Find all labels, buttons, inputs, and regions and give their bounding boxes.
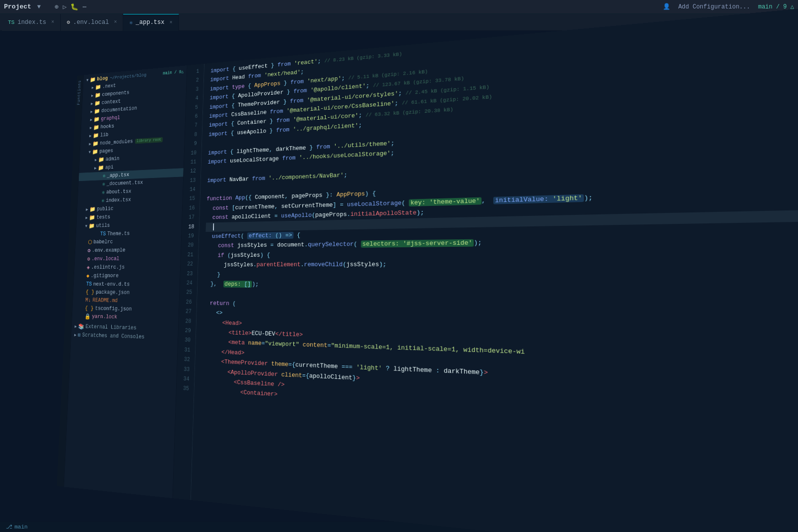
chevron-down-icon: ▼ (85, 78, 90, 83)
json-file-icon-tsconfig: { } (85, 305, 94, 312)
ts-file-icon-next-env: TS (86, 281, 92, 287)
ts-icon: TS (8, 19, 14, 25)
tree-item-env-example[interactable]: ▶ ⚙ .env.example (75, 245, 181, 255)
tree-item-eslintrc[interactable]: ▶ ◈ .eslintrc.js (74, 263, 180, 272)
folder-icon-utils: 📁 (89, 222, 95, 229)
tree-label-context: context (102, 99, 121, 106)
ln-23: 23 (183, 270, 193, 279)
ln-10: 10 (187, 149, 197, 159)
close-icon-env[interactable]: × (114, 19, 117, 25)
ln-15: 15 (186, 195, 195, 204)
tree-item-yarn-lock[interactable]: ▶ 🔒 yarn.lock (72, 312, 179, 323)
git-branch-icon: ⎇ (6, 524, 12, 530)
tree-label-node-modules: node_modules (100, 139, 133, 146)
more-icon[interactable]: ⋯ (82, 3, 86, 11)
ln-4: 4 (189, 95, 199, 104)
tsx-file-icon-document: ⚛ (102, 181, 105, 187)
tree-label-env-example: .env.example (92, 247, 125, 253)
git-branch-status: ⎇ main (6, 524, 27, 530)
chevron-right-icon-admin: ▶ (93, 158, 99, 163)
tab-app-tsx[interactable]: ⚛ _app.tsx × (123, 14, 179, 31)
dropdown-arrow[interactable]: ▼ (37, 3, 41, 10)
ln-35: 35 (180, 384, 189, 395)
file-explorer: ▼ 📁 blog ~/Projects/blog main / 9△ ▶ 📁 .… (64, 65, 187, 498)
eslintrc-icon: ◈ (87, 264, 90, 271)
run-icon[interactable]: ▷ (63, 3, 67, 11)
title-bar-right: 👤 Add Configuration... main / 9 △ (663, 3, 794, 10)
tree-label-graphql: graphql (101, 115, 120, 122)
tab-label-env-local: .env.local (73, 19, 109, 26)
close-icon-tsx[interactable]: × (170, 20, 173, 25)
json-file-icon-pkg: { } (86, 289, 95, 295)
library-root-badge: library root (135, 137, 163, 144)
ln-19: 19 (185, 232, 194, 242)
ln-28: 28 (182, 317, 191, 327)
add-config-label[interactable]: Add Configuration... (678, 3, 750, 10)
git-branch-name: main (14, 524, 27, 530)
tree-label-babelrc: babelrc (93, 239, 113, 245)
ln-6: 6 (189, 113, 198, 122)
debug-icon[interactable]: 🐛 (70, 3, 78, 11)
chevron-down-icon-utils: ▼ (84, 224, 89, 228)
ln-9: 9 (188, 140, 197, 149)
ln-21: 21 (184, 251, 194, 260)
folder-icon-pages: 📁 (92, 149, 98, 156)
tree-label-public: public (97, 206, 114, 212)
tsx-file-icon-app: ⚛ (103, 173, 106, 179)
ln-33: 33 (180, 365, 190, 375)
code-editor[interactable]: import { useEffect } from 'react'; // 8.… (191, 8, 798, 532)
functions-label: Functions (77, 80, 82, 105)
editor-area: 1 2 3 4 5 6 7 8 9 10 11 12 13 14 15 16 1 (173, 5, 798, 532)
tree-label-app-tsx: _app.tsx (107, 172, 129, 179)
chevron-right-icon-docs: ▶ (89, 109, 94, 114)
tree-item-next-env[interactable]: ▶ TS next-env.d.ts (73, 280, 180, 289)
ln-18: 18 (185, 223, 195, 232)
tree-label-next-env: next-env.d.ts (93, 281, 130, 287)
ln-12: 12 (187, 167, 196, 177)
tree-label-theme-ts: Theme.ts (107, 230, 130, 237)
tsx-file-icon-about: ⚛ (102, 189, 105, 196)
tree-item-env-local[interactable]: ▶ ⚙ .env.local (75, 254, 181, 263)
chevron-right-icon-comp: ▶ (90, 93, 95, 98)
ln-31: 31 (181, 346, 190, 356)
chevron-right-icon-api: ▶ (93, 166, 98, 171)
tree-label-utils: utils (96, 223, 110, 229)
tab-index-ts[interactable]: TS index.ts × (2, 14, 61, 31)
folder-icon-admin: 📁 (98, 156, 104, 163)
ln-13: 13 (187, 177, 196, 186)
code-line-22: jssStyles.parentElement.removeChild(jssS… (204, 258, 798, 270)
ln-20: 20 (184, 241, 194, 251)
tab-label-app-tsx: _app.tsx (136, 19, 165, 26)
ln-24: 24 (183, 279, 193, 289)
lock-file-icon: 🔒 (84, 313, 90, 320)
tree-item-gitignore[interactable]: ▶ ◆ .gitignore (74, 272, 180, 281)
chevron-right-icon-gql: ▶ (89, 117, 94, 122)
ln-29: 29 (182, 327, 191, 337)
build-icon[interactable]: ⊕ (55, 3, 59, 11)
folder-icon-public: 📁 (89, 206, 95, 213)
tab-env-local[interactable]: ⚙ .env.local × (61, 14, 124, 31)
tree-label-document-tsx: _document.tsx (107, 179, 143, 187)
ide-container: Project ▼ ⊕ ▷ 🐛 ⋯ 👤 Add Configuration...… (0, 0, 798, 532)
ln-3: 3 (190, 86, 199, 95)
library-icon: 📚 (78, 323, 84, 330)
folder-icon-documentation: 📁 (94, 108, 100, 115)
title-bar-left: Project ▼ ⊕ ▷ 🐛 ⋯ (4, 3, 86, 11)
tree-label-api: api (105, 165, 114, 171)
tree-label-tests: tests (96, 214, 110, 220)
tree-label-tsconfig: tsconfig.json (95, 305, 132, 312)
tree-label-gitignore: .gitignore (91, 273, 119, 279)
folder-icon-api: 📁 (98, 165, 104, 172)
close-icon[interactable]: × (51, 19, 54, 25)
tree-label-eslintrc: .eslintrc.js (91, 264, 125, 270)
tree-label-readme: README.md (92, 297, 118, 304)
perspective-wrapper: Functions ▼ 📁 blog ~/Projects/blog main … (57, 5, 798, 532)
project-title: Project (4, 3, 31, 10)
chevron-right-icon-nm: ▶ (87, 142, 93, 147)
ln-27: 27 (182, 308, 192, 317)
folder-icon-next: 📁 (95, 84, 101, 91)
chevron-right-icon-scratch: ▶ (73, 333, 78, 338)
tree-label-blog: blog (97, 75, 108, 82)
folder-icon-lib: 📁 (93, 132, 99, 139)
ln-34: 34 (180, 375, 189, 385)
